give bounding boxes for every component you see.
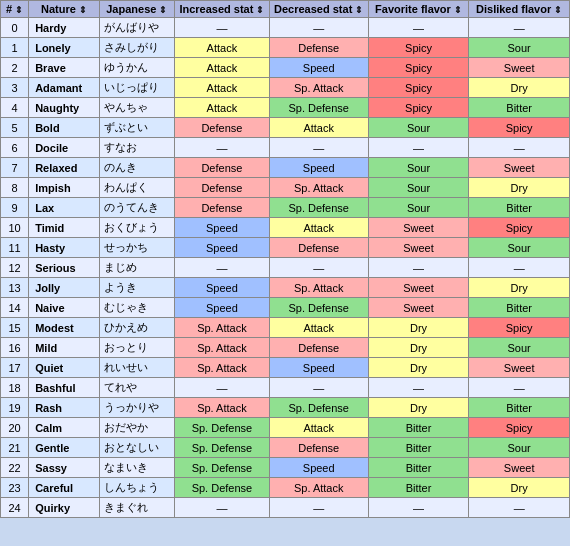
table-row: 8ImpishわんぱくDefenseSp. AttackSourDry bbox=[1, 178, 570, 198]
cell-japanese: すなお bbox=[99, 138, 174, 158]
cell-num: 21 bbox=[1, 438, 29, 458]
cell-num: 17 bbox=[1, 358, 29, 378]
cell-japanese: のんき bbox=[99, 158, 174, 178]
cell-increased: — bbox=[175, 138, 270, 158]
cell-japanese: しんちょう bbox=[99, 478, 174, 498]
header-disliked[interactable]: Disliked flavor ⇕ bbox=[469, 1, 570, 18]
cell-increased: Defense bbox=[175, 178, 270, 198]
cell-disliked: Spicy bbox=[469, 118, 570, 138]
cell-japanese: いじっぱり bbox=[99, 78, 174, 98]
cell-japanese: きまぐれ bbox=[99, 498, 174, 518]
cell-favorite: Bitter bbox=[368, 438, 469, 458]
cell-japanese: ずぶとい bbox=[99, 118, 174, 138]
header-decreased[interactable]: Decreased stat ⇕ bbox=[269, 1, 368, 18]
cell-favorite: Sour bbox=[368, 118, 469, 138]
cell-increased: Sp. Attack bbox=[175, 318, 270, 338]
header-nature[interactable]: Nature ⇕ bbox=[29, 1, 99, 18]
cell-decreased: Sp. Defense bbox=[269, 98, 368, 118]
cell-favorite: Sweet bbox=[368, 278, 469, 298]
table-row: 13JollyようきSpeedSp. AttackSweetDry bbox=[1, 278, 570, 298]
cell-disliked: Sweet bbox=[469, 58, 570, 78]
cell-disliked: Sour bbox=[469, 238, 570, 258]
cell-nature: Bashful bbox=[29, 378, 99, 398]
cell-increased: Defense bbox=[175, 118, 270, 138]
cell-num: 2 bbox=[1, 58, 29, 78]
cell-nature: Impish bbox=[29, 178, 99, 198]
cell-favorite: Dry bbox=[368, 338, 469, 358]
cell-increased: Attack bbox=[175, 98, 270, 118]
table-row: 2BraveゆうかんAttackSpeedSpicySweet bbox=[1, 58, 570, 78]
cell-decreased: Sp. Attack bbox=[269, 78, 368, 98]
cell-decreased: Defense bbox=[269, 38, 368, 58]
cell-num: 5 bbox=[1, 118, 29, 138]
cell-num: 22 bbox=[1, 458, 29, 478]
cell-japanese: がんばりや bbox=[99, 18, 174, 38]
cell-num: 10 bbox=[1, 218, 29, 238]
cell-disliked: — bbox=[469, 378, 570, 398]
header-japanese[interactable]: Japanese ⇕ bbox=[99, 1, 174, 18]
table-row: 11HastyせっかちSpeedDefenseSweetSour bbox=[1, 238, 570, 258]
cell-nature: Docile bbox=[29, 138, 99, 158]
table-row: 22SassyなまいきSp. DefenseSpeedBitterSweet bbox=[1, 458, 570, 478]
cell-num: 15 bbox=[1, 318, 29, 338]
cell-num: 7 bbox=[1, 158, 29, 178]
cell-disliked: Dry bbox=[469, 178, 570, 198]
cell-disliked: Sour bbox=[469, 338, 570, 358]
cell-num: 6 bbox=[1, 138, 29, 158]
table-row: 9LaxのうてんきDefenseSp. DefenseSourBitter bbox=[1, 198, 570, 218]
cell-increased: Defense bbox=[175, 158, 270, 178]
cell-nature: Lax bbox=[29, 198, 99, 218]
cell-num: 0 bbox=[1, 18, 29, 38]
cell-decreased: — bbox=[269, 18, 368, 38]
cell-disliked: Bitter bbox=[469, 398, 570, 418]
header-favorite[interactable]: Favorite flavor ⇕ bbox=[368, 1, 469, 18]
header-num[interactable]: # ⇕ bbox=[1, 1, 29, 18]
cell-favorite: — bbox=[368, 258, 469, 278]
cell-japanese: ゆうかん bbox=[99, 58, 174, 78]
cell-disliked: — bbox=[469, 498, 570, 518]
cell-decreased: Defense bbox=[269, 438, 368, 458]
cell-favorite: Sweet bbox=[368, 298, 469, 318]
header-increased[interactable]: Increased stat ⇕ bbox=[175, 1, 270, 18]
cell-favorite: Sour bbox=[368, 178, 469, 198]
cell-favorite: Spicy bbox=[368, 38, 469, 58]
cell-disliked: Bitter bbox=[469, 298, 570, 318]
cell-disliked: Sour bbox=[469, 438, 570, 458]
cell-favorite: Bitter bbox=[368, 478, 469, 498]
cell-num: 12 bbox=[1, 258, 29, 278]
cell-decreased: Defense bbox=[269, 338, 368, 358]
cell-num: 1 bbox=[1, 38, 29, 58]
cell-nature: Serious bbox=[29, 258, 99, 278]
cell-japanese: おくびょう bbox=[99, 218, 174, 238]
cell-nature: Hasty bbox=[29, 238, 99, 258]
table-row: 24Quirkyきまぐれ———— bbox=[1, 498, 570, 518]
cell-num: 4 bbox=[1, 98, 29, 118]
cell-decreased: Attack bbox=[269, 118, 368, 138]
table-row: 10TimidおくびょうSpeedAttackSweetSpicy bbox=[1, 218, 570, 238]
table-row: 16MildおっとりSp. AttackDefenseDrySour bbox=[1, 338, 570, 358]
cell-decreased: — bbox=[269, 258, 368, 278]
cell-num: 11 bbox=[1, 238, 29, 258]
table-row: 6Docileすなお———— bbox=[1, 138, 570, 158]
cell-japanese: おとなしい bbox=[99, 438, 174, 458]
cell-decreased: — bbox=[269, 498, 368, 518]
cell-disliked: Bitter bbox=[469, 198, 570, 218]
cell-nature: Lonely bbox=[29, 38, 99, 58]
cell-nature: Relaxed bbox=[29, 158, 99, 178]
cell-decreased: Sp. Defense bbox=[269, 198, 368, 218]
cell-nature: Brave bbox=[29, 58, 99, 78]
table-row: 5BoldずぶといDefenseAttackSourSpicy bbox=[1, 118, 570, 138]
cell-favorite: Bitter bbox=[368, 458, 469, 478]
cell-increased: — bbox=[175, 498, 270, 518]
cell-increased: Sp. Defense bbox=[175, 478, 270, 498]
cell-nature: Naive bbox=[29, 298, 99, 318]
cell-disliked: Dry bbox=[469, 278, 570, 298]
cell-decreased: — bbox=[269, 378, 368, 398]
cell-nature: Calm bbox=[29, 418, 99, 438]
cell-favorite: Sweet bbox=[368, 218, 469, 238]
cell-favorite: Sour bbox=[368, 158, 469, 178]
cell-japanese: てれや bbox=[99, 378, 174, 398]
cell-japanese: ひかえめ bbox=[99, 318, 174, 338]
cell-japanese: せっかち bbox=[99, 238, 174, 258]
cell-decreased: Defense bbox=[269, 238, 368, 258]
